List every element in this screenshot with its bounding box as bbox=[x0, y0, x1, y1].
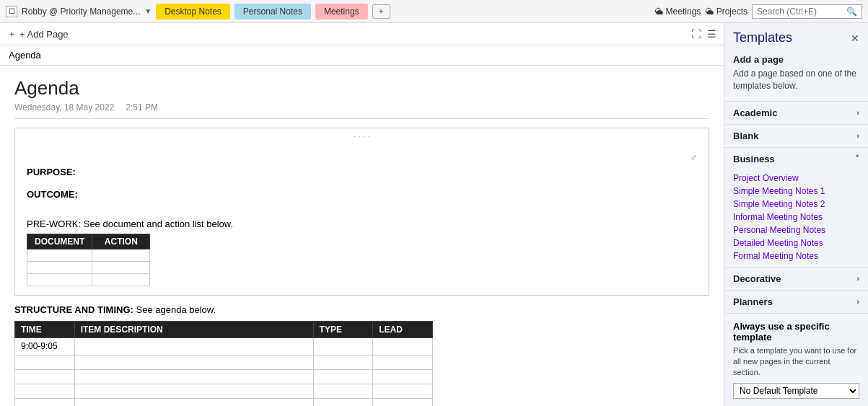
templates-close-button[interactable]: ✕ bbox=[851, 32, 859, 44]
page-date: Wednesday, 18 May 2022 2:51 PM bbox=[14, 102, 709, 119]
always-desc: Pick a template you want to use for all … bbox=[733, 345, 859, 379]
business-chevron: ˅ bbox=[855, 154, 859, 164]
note-area: ＋ + Add Page ⛶ ☰ Agenda Agenda Wednesday… bbox=[0, 23, 724, 406]
nav-meetings[interactable]: 🌥 Meetings bbox=[654, 6, 701, 17]
prework-text: PRE-WORK: See document and action list b… bbox=[27, 219, 697, 229]
category-business-header[interactable]: Business ˅ bbox=[724, 148, 868, 170]
action-header: ACTION bbox=[92, 234, 150, 250]
table-row bbox=[27, 274, 150, 286]
add-page-button[interactable]: ＋ + Add Page bbox=[7, 27, 69, 40]
table-row bbox=[15, 399, 433, 407]
template-formal-meeting[interactable]: Formal Meeting Notes bbox=[733, 250, 868, 262]
category-blank: Blank › bbox=[724, 124, 868, 147]
add-page-section-title: Add a page bbox=[733, 54, 859, 65]
table-row bbox=[15, 370, 433, 384]
template-detailed-meeting[interactable]: Detailed Meeting Notes bbox=[733, 237, 868, 250]
col-lead: LEAD bbox=[373, 322, 433, 338]
add-page-label: + Add Page bbox=[19, 29, 69, 40]
templates-header: Templates ✕ bbox=[724, 23, 868, 50]
app-title: Robby @ Priority Manageme... bbox=[22, 6, 140, 17]
add-icon: ＋ bbox=[7, 27, 17, 40]
table-row bbox=[27, 250, 150, 262]
add-page-section: Add a page Add a page based on one of th… bbox=[724, 50, 868, 101]
doc-header: DOCUMENT bbox=[27, 234, 92, 250]
category-planners-header[interactable]: Planners › bbox=[724, 291, 868, 313]
schedule-table: TIME ITEM DESCRIPTION TYPE LEAD 9:00-9:0… bbox=[14, 321, 433, 406]
templates-panel: Templates ✕ Add a page Add a page based … bbox=[724, 23, 868, 406]
col-time: TIME bbox=[15, 322, 75, 338]
category-business: Business ˅ Project Overview Simple Meeti… bbox=[724, 147, 868, 267]
expand-icon[interactable]: ⛶ bbox=[691, 28, 701, 40]
table-row bbox=[15, 384, 433, 399]
template-simple-meeting-2[interactable]: Simple Meeting Notes 2 bbox=[733, 198, 868, 211]
outcome-label: OUTCOME: bbox=[27, 189, 697, 200]
page-title: Agenda bbox=[14, 77, 709, 100]
academic-label: Academic bbox=[733, 107, 777, 118]
search-input[interactable] bbox=[757, 6, 843, 17]
tab-desktop[interactable]: Desktop Notes bbox=[156, 4, 230, 19]
category-decorative-header[interactable]: Decorative › bbox=[724, 268, 868, 290]
category-academic-header[interactable]: Academic › bbox=[724, 102, 868, 124]
planners-chevron: › bbox=[856, 297, 859, 306]
page-agenda[interactable]: Agenda bbox=[0, 45, 724, 65]
academic-chevron: › bbox=[856, 108, 859, 117]
note-toolbar: ＋ + Add Page ⛶ ☰ bbox=[0, 23, 724, 45]
toolbar-right: ⛶ ☰ bbox=[691, 28, 716, 40]
note-time: 2:51 PM bbox=[126, 102, 158, 112]
drag-handle[interactable]: · · · · bbox=[15, 128, 709, 144]
decorative-label: Decorative bbox=[733, 273, 781, 284]
resize-icon: ⤢ bbox=[691, 153, 697, 162]
search-box[interactable]: 🔍 bbox=[752, 4, 862, 19]
table-row: 9:00-9:05 bbox=[15, 338, 433, 356]
nav-projects[interactable]: 🌥 Projects bbox=[705, 6, 748, 17]
category-blank-header[interactable]: Blank › bbox=[724, 125, 868, 147]
title-arrow[interactable]: ▼ bbox=[144, 7, 152, 15]
default-template-select[interactable]: No Default Template bbox=[733, 383, 859, 399]
filter-icon[interactable]: ☰ bbox=[707, 28, 716, 40]
col-desc: ITEM DESCRIPTION bbox=[74, 322, 313, 338]
table-row bbox=[27, 262, 150, 274]
template-simple-meeting-1[interactable]: Simple Meeting Notes 1 bbox=[733, 185, 868, 198]
structure-label: STRUCTURE AND TIMING: bbox=[14, 304, 133, 315]
planners-label: Planners bbox=[733, 296, 773, 307]
template-personal-meeting[interactable]: Personal Meeting Notes bbox=[733, 224, 868, 237]
templates-title: Templates bbox=[733, 30, 792, 45]
col-type: TYPE bbox=[313, 322, 373, 338]
template-project-overview[interactable]: Project Overview bbox=[733, 172, 868, 185]
business-items: Project Overview Simple Meeting Notes 1 … bbox=[724, 170, 868, 267]
note-date: Wednesday, 18 May 2022 bbox=[14, 102, 114, 112]
tab-personal[interactable]: Personal Notes bbox=[234, 4, 311, 19]
always-use-section: Always use a specific template Pick a te… bbox=[724, 313, 868, 406]
category-decorative: Decorative › bbox=[724, 267, 868, 290]
business-label: Business bbox=[733, 154, 775, 164]
doc-action-table: DOCUMENT ACTION bbox=[27, 234, 150, 286]
category-planners: Planners › bbox=[724, 290, 868, 313]
tab-plus[interactable]: + bbox=[372, 4, 390, 19]
blank-chevron: › bbox=[856, 131, 859, 140]
purpose-label: PURPOSE: bbox=[27, 167, 697, 177]
always-title: Always use a specific template bbox=[733, 321, 859, 343]
add-page-section-desc: Add a page based on one of the templates… bbox=[733, 68, 859, 92]
blank-label: Blank bbox=[733, 131, 758, 141]
app-icon: ☐ bbox=[6, 6, 17, 17]
search-icon: 🔍 bbox=[846, 6, 857, 17]
title-bar: ☐ Robby @ Priority Manageme... ▼ Desktop… bbox=[0, 0, 868, 23]
category-academic: Academic › bbox=[724, 101, 868, 124]
main-layout: ＋ + Add Page ⛶ ☰ Agenda Agenda Wednesday… bbox=[0, 23, 868, 406]
structure-detail: See agenda below. bbox=[136, 304, 216, 315]
time-cell: 9:00-9:05 bbox=[15, 338, 75, 356]
tab-meetings[interactable]: Meetings bbox=[315, 4, 368, 19]
structure-text: STRUCTURE AND TIMING: See agenda below. bbox=[14, 304, 709, 315]
page-list: Agenda bbox=[0, 45, 724, 66]
note-content: Agenda Wednesday, 18 May 2022 2:51 PM · … bbox=[0, 66, 724, 406]
table-row bbox=[15, 356, 433, 370]
decorative-chevron: › bbox=[856, 274, 859, 283]
template-informal-meeting[interactable]: Informal Meeting Notes bbox=[733, 211, 868, 224]
